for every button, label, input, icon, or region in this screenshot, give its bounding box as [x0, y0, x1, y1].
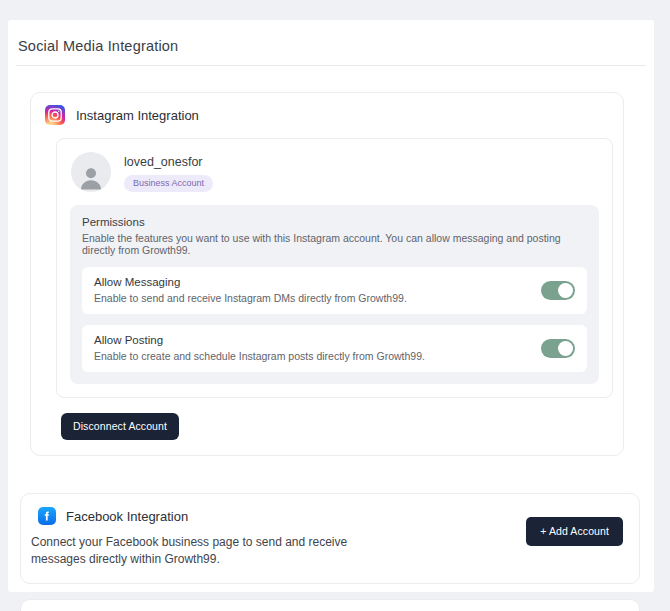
instagram-card-header: Instagram Integration [45, 105, 609, 125]
permissions-title: Permissions [82, 216, 587, 228]
allow-messaging-toggle[interactable] [541, 281, 575, 300]
instagram-account-row: loved_onesfor Business Account [70, 152, 599, 192]
allow-messaging-label: Allow Messaging [94, 276, 407, 288]
facebook-integration-card: Facebook Integration Connect your Facebo… [20, 493, 640, 584]
disconnect-account-button[interactable]: Disconnect Account [61, 413, 179, 440]
instagram-card-title: Instagram Integration [76, 108, 199, 123]
instagram-integration-card: Instagram Integration loved_onesfor Busi… [30, 92, 624, 456]
account-info: loved_onesfor Business Account [124, 152, 213, 192]
facebook-icon [38, 507, 56, 525]
account-username: loved_onesfor [124, 155, 213, 169]
allow-messaging-description: Enable to send and receive Instagram DMs… [94, 292, 407, 304]
allow-messaging-row: Allow Messaging Enable to send and recei… [82, 267, 587, 314]
linkedin-integration-card: LinkedIn Integration Connect your Linked… [20, 599, 640, 611]
facebook-description: Connect your Facebook business page to s… [31, 534, 383, 569]
page-title: Social Media Integration [8, 38, 654, 54]
settings-panel: Social Media Integration Instagram Integ… [8, 20, 654, 592]
permissions-description: Enable the features you want to use with… [82, 232, 587, 256]
facebook-card-title: Facebook Integration [66, 509, 188, 524]
user-avatar-icon [71, 152, 111, 192]
allow-posting-row: Allow Posting Enable to create and sched… [82, 325, 587, 372]
facebook-card-body: Connect your Facebook business page to s… [31, 525, 623, 569]
divider [16, 65, 646, 66]
facebook-add-account-button[interactable]: + Add Account [526, 517, 623, 546]
allow-posting-description: Enable to create and schedule Instagram … [94, 350, 425, 362]
instagram-icon [45, 105, 65, 125]
allow-messaging-text: Allow Messaging Enable to send and recei… [94, 276, 407, 304]
account-type-badge: Business Account [124, 175, 213, 192]
instagram-account-card: loved_onesfor Business Account Permissio… [56, 138, 613, 398]
allow-posting-toggle[interactable] [541, 339, 575, 358]
allow-posting-text: Allow Posting Enable to create and sched… [94, 334, 425, 362]
permissions-section: Permissions Enable the features you want… [70, 205, 599, 384]
allow-posting-label: Allow Posting [94, 334, 425, 346]
